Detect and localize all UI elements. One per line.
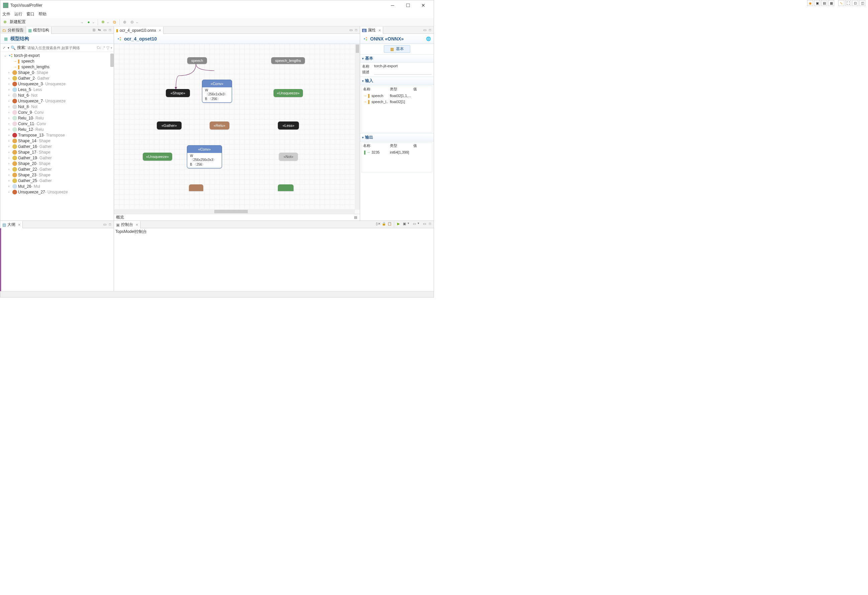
expand-icon[interactable]: › bbox=[8, 133, 12, 137]
expand-icon[interactable]: › bbox=[8, 185, 12, 188]
tree-op-row[interactable]: ›Gather_25 - Gather bbox=[0, 178, 114, 184]
dropdown-icon[interactable]: ▾ bbox=[8, 46, 9, 50]
tree-op-row[interactable]: ›Not_8 - Not bbox=[0, 104, 114, 110]
maximize-icon[interactable]: □ bbox=[428, 222, 433, 226]
tree-op-row[interactable]: ›Less_5 - Less bbox=[0, 87, 114, 92]
close-tab-icon[interactable]: × bbox=[378, 28, 381, 33]
expand-icon[interactable]: › bbox=[8, 94, 12, 97]
tab-file[interactable]: ▮ ocr_4_opset10.onnx × bbox=[114, 27, 164, 34]
run-icon[interactable]: ● bbox=[85, 19, 92, 25]
debug-icon[interactable]: ✲ bbox=[100, 19, 106, 25]
display-icon[interactable]: ▣ bbox=[402, 222, 407, 226]
menu-window[interactable]: 窗口 bbox=[27, 11, 34, 17]
horizontal-scrollbar[interactable] bbox=[114, 209, 355, 214]
vertical-scrollbar[interactable] bbox=[355, 44, 360, 209]
view-menu-icon[interactable]: ⊟ bbox=[92, 28, 96, 33]
expand-icon[interactable]: ⤢ bbox=[1, 46, 6, 50]
node-not[interactable]: «Not» bbox=[279, 152, 298, 161]
vertical-scrollbar[interactable] bbox=[110, 53, 114, 67]
overview-label[interactable]: 概览 bbox=[116, 215, 124, 220]
menu-help[interactable]: 帮助 bbox=[38, 11, 46, 17]
regex-icon[interactable]: .* bbox=[102, 46, 105, 50]
menu-run[interactable]: 运行 bbox=[14, 11, 22, 17]
zoom-in-icon[interactable]: ⊕ bbox=[121, 19, 128, 25]
tree-op-row[interactable]: ›Transpose_13 - Transpose bbox=[0, 132, 114, 138]
lock-icon[interactable]: 🔒 bbox=[381, 222, 386, 226]
minimize-icon[interactable]: ▭ bbox=[422, 222, 427, 226]
node-speech-lengths[interactable]: speech_lengths bbox=[271, 57, 305, 64]
zoom-out-icon[interactable]: ⊖ bbox=[129, 19, 136, 25]
tree-op-row[interactable]: ›Conv_9 - Conv bbox=[0, 110, 114, 115]
new-config-icon[interactable]: ✲ bbox=[1, 19, 8, 25]
tree-input-row[interactable]: →❚ speech_lengths bbox=[0, 64, 114, 70]
dropdown-icon[interactable]: ⌵ bbox=[136, 21, 139, 24]
minimize-icon[interactable]: ▭ bbox=[348, 28, 353, 33]
tree-op-row[interactable]: ›Mul_26 - Mul bbox=[0, 184, 114, 189]
maximize-button[interactable]: ☐ bbox=[400, 0, 416, 10]
dropdown-icon[interactable]: ⌵ bbox=[93, 21, 96, 24]
expand-all-icon[interactable]: ⛶ bbox=[845, 0, 851, 6]
tree-op-row[interactable]: ›Relu_12 - Relu bbox=[0, 126, 114, 132]
minimize-icon[interactable]: ▭ bbox=[422, 28, 427, 33]
close-tab-icon[interactable]: × bbox=[159, 28, 161, 33]
tree-input-row[interactable]: →❚ speech bbox=[0, 58, 114, 64]
expand-icon[interactable]: › bbox=[8, 117, 12, 120]
node-less[interactable]: «Less» bbox=[278, 121, 299, 130]
node-relu[interactable]: «Relu» bbox=[210, 121, 229, 130]
tab-outline[interactable]: ▤ 大纲 × bbox=[0, 221, 23, 228]
hide-icon[interactable]: ◫ bbox=[859, 0, 865, 6]
dropdown-icon[interactable]: ⌵ bbox=[107, 21, 110, 24]
expand-icon[interactable]: › bbox=[8, 145, 12, 148]
tree-op-row[interactable]: ›Gather_19 - Gather bbox=[0, 155, 114, 161]
arrow-icon[interactable]: ◉ bbox=[807, 0, 813, 6]
expand-icon[interactable]: › bbox=[8, 139, 12, 142]
tab-model-structure[interactable]: ▦ 模型结构 bbox=[26, 27, 52, 34]
input-row[interactable]: →❚speech_l... bbox=[362, 99, 388, 105]
node-partial-1[interactable] bbox=[189, 184, 203, 191]
config-icon[interactable]: ▤ bbox=[821, 0, 827, 6]
expand-icon[interactable]: › bbox=[8, 82, 12, 86]
layout-icon[interactable]: ▣ bbox=[814, 0, 820, 6]
tree-op-row[interactable]: ›Shape_0 - Shape bbox=[0, 70, 114, 75]
maximize-icon[interactable]: □ bbox=[354, 28, 359, 33]
output-row[interactable]: ❚→3235 bbox=[362, 149, 388, 155]
node-conv-2[interactable]: «Conv» W 〈256x256x3x3〉B 〈256〉 bbox=[187, 145, 222, 168]
tree-op-row[interactable]: ›Gather_16 - Gather bbox=[0, 144, 114, 149]
expand-icon[interactable]: › bbox=[8, 128, 12, 131]
maximize-icon[interactable]: □ bbox=[108, 28, 112, 33]
filter-icon[interactable]: ▭ bbox=[412, 222, 416, 226]
expand-icon[interactable]: › bbox=[8, 88, 12, 91]
open-icon[interactable]: ▶ bbox=[396, 222, 401, 226]
clear-icon[interactable]: ▯✕ bbox=[376, 222, 381, 226]
overview-toggle-icon[interactable]: ▤ bbox=[353, 215, 358, 220]
tree-op-row[interactable]: ›Shape_20 - Shape bbox=[0, 161, 114, 166]
tree-op-row[interactable]: ›Unsqueeze_7 - Unsqueeze bbox=[0, 98, 114, 104]
case-icon[interactable]: Cc bbox=[97, 46, 101, 50]
expand-icon[interactable]: › bbox=[8, 156, 12, 160]
node-speech[interactable]: speech bbox=[187, 57, 207, 64]
node-partial-2[interactable] bbox=[278, 184, 294, 191]
section-outputs[interactable]: ▾输出 bbox=[360, 133, 434, 142]
pin-icon[interactable]: 📋 bbox=[387, 222, 392, 226]
expand-icon[interactable]: › bbox=[8, 151, 12, 154]
tree-op-row[interactable]: ›Gather_2 - Gather bbox=[0, 75, 114, 81]
filter-icon[interactable]: ▽ bbox=[106, 46, 109, 50]
node-icon[interactable]: ▦ bbox=[828, 0, 834, 6]
close-button[interactable]: ✕ bbox=[416, 0, 431, 10]
basic-pill[interactable]: ▦基本 bbox=[384, 45, 410, 53]
expand-icon[interactable]: › bbox=[8, 71, 12, 74]
dropdown-icon[interactable]: ▾ bbox=[407, 222, 411, 228]
expand-icon[interactable]: › bbox=[8, 122, 12, 126]
tree-op-row[interactable]: ›Not_6 - Not bbox=[0, 92, 114, 98]
tree-op-row[interactable]: ›Conv_11 - Conv bbox=[0, 121, 114, 126]
tree-op-row[interactable]: ›Unsqueeze_3 - Unsqueeze bbox=[0, 81, 114, 87]
minimize-icon[interactable]: ▭ bbox=[102, 28, 107, 33]
node-conv-1[interactable]: «Conv» W 〈256x1x3x3〉B 〈256〉 bbox=[202, 80, 232, 103]
console-input[interactable] bbox=[115, 235, 433, 290]
globe-icon[interactable]: 🌐 bbox=[426, 37, 431, 41]
skip-icon[interactable]: ⧉ bbox=[111, 19, 118, 25]
close-tab-icon[interactable]: × bbox=[18, 222, 21, 227]
tree-op-row[interactable]: ›Relu_10 - Relu bbox=[0, 115, 114, 121]
tree-op-row[interactable]: ›Shape_17 - Shape bbox=[0, 149, 114, 155]
node-unsqueeze-2[interactable]: «Unsqueeze» bbox=[143, 152, 172, 161]
